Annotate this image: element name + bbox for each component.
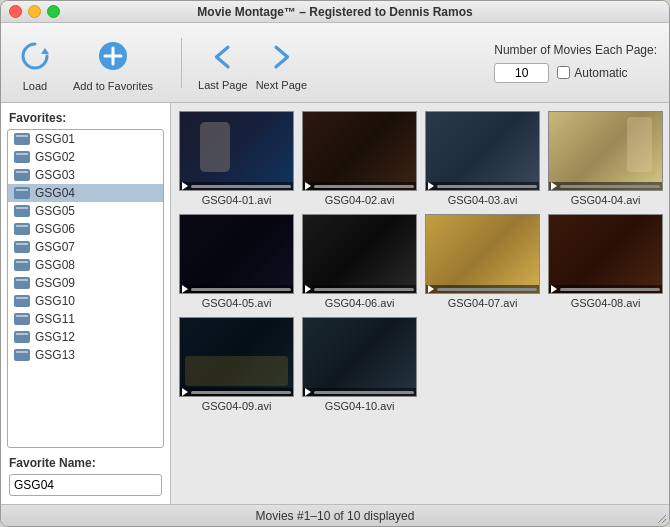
sidebar-item-gsg04[interactable]: GSG04 <box>8 184 163 202</box>
sidebar-item-gsg02[interactable]: GSG02 <box>8 148 163 166</box>
folder-icon <box>14 133 30 145</box>
movie-thumbnail[interactable] <box>548 214 663 294</box>
progress-track <box>437 288 537 291</box>
movie-thumbnail[interactable] <box>302 317 417 397</box>
add-favorites-button[interactable] <box>91 34 135 78</box>
sidebar-item-label: GSG04 <box>35 186 75 200</box>
folder-icon <box>14 295 30 307</box>
movie-thumbnail[interactable] <box>425 111 540 191</box>
last-page-group: Last Page <box>198 35 248 91</box>
sidebar-item-gsg06[interactable]: GSG06 <box>8 220 163 238</box>
movie-thumbnail[interactable] <box>302 214 417 294</box>
favorites-list[interactable]: GSG01GSG02GSG03GSG04GSG05GSG06GSG07GSG08… <box>7 129 164 448</box>
sidebar-item-label: GSG09 <box>35 276 75 290</box>
movie-thumbnail[interactable] <box>548 111 663 191</box>
sidebar-item-gsg08[interactable]: GSG08 <box>8 256 163 274</box>
sidebar-item-gsg01[interactable]: GSG01 <box>8 130 163 148</box>
movie-thumbnail[interactable] <box>425 214 540 294</box>
sidebar-item-gsg10[interactable]: GSG10 <box>8 292 163 310</box>
progress-track <box>314 288 414 291</box>
folder-icon <box>14 241 30 253</box>
add-icon <box>95 38 131 74</box>
sidebar-item-label: GSG05 <box>35 204 75 218</box>
favorite-name-label: Favorite Name: <box>9 456 162 470</box>
progress-track <box>437 185 537 188</box>
next-page-button[interactable] <box>259 35 303 79</box>
movie-filename: GSG04-01.avi <box>202 194 272 206</box>
sidebar-item-gsg05[interactable]: GSG05 <box>8 202 163 220</box>
movie-progress-bar <box>426 285 539 293</box>
movie-thumbnail[interactable] <box>179 214 294 294</box>
movie-cell[interactable]: GSG04-07.avi <box>425 214 540 309</box>
folder-icon <box>14 187 30 199</box>
left-arrow-icon <box>205 39 241 75</box>
load-label: Load <box>23 80 47 92</box>
favorites-title: Favorites: <box>1 111 170 129</box>
play-icon <box>428 285 434 293</box>
next-page-label: Next Page <box>256 79 307 91</box>
automatic-checkbox[interactable] <box>557 66 570 79</box>
sidebar-item-gsg09[interactable]: GSG09 <box>8 274 163 292</box>
add-favorites-group: Add to Favorites <box>73 34 153 92</box>
main-content: GSG04-01.aviGSG04-02.aviGSG04-03.aviGSG0… <box>171 103 669 504</box>
sidebar-item-gsg11[interactable]: GSG11 <box>8 310 163 328</box>
pages-control-row: Automatic <box>494 63 627 83</box>
progress-track <box>560 288 660 291</box>
movies-grid: GSG04-01.aviGSG04-02.aviGSG04-03.aviGSG0… <box>179 111 661 412</box>
movie-thumbnail[interactable] <box>179 317 294 397</box>
last-page-button[interactable] <box>201 35 245 79</box>
toolbar: Load Add to Favorites Last Page <box>1 23 669 103</box>
minimize-button[interactable] <box>28 5 41 18</box>
movie-filename: GSG04-08.avi <box>571 297 641 309</box>
movie-cell[interactable]: GSG04-05.avi <box>179 214 294 309</box>
movie-cell[interactable]: GSG04-10.avi <box>302 317 417 412</box>
sidebar-item-gsg12[interactable]: GSG12 <box>8 328 163 346</box>
sidebar-item-gsg13[interactable]: GSG13 <box>8 346 163 364</box>
movie-cell[interactable]: GSG04-08.avi <box>548 214 663 309</box>
load-button[interactable] <box>13 34 57 78</box>
close-button[interactable] <box>9 5 22 18</box>
movie-progress-bar <box>180 388 293 396</box>
sidebar-item-label: GSG03 <box>35 168 75 182</box>
progress-track <box>191 288 291 291</box>
progress-track <box>314 185 414 188</box>
movie-progress-bar <box>426 182 539 190</box>
play-icon <box>551 285 557 293</box>
sidebar-item-label: GSG13 <box>35 348 75 362</box>
movie-cell[interactable]: GSG04-02.avi <box>302 111 417 206</box>
svg-marker-0 <box>41 48 49 54</box>
pages-input[interactable] <box>494 63 549 83</box>
add-favorites-label: Add to Favorites <box>73 80 153 92</box>
window-controls <box>9 5 60 18</box>
svg-line-3 <box>662 519 666 523</box>
movie-thumbnail[interactable] <box>302 111 417 191</box>
folder-icon <box>14 277 30 289</box>
pages-control-label: Number of Movies Each Page: <box>494 43 657 57</box>
sidebar-item-gsg03[interactable]: GSG03 <box>8 166 163 184</box>
pages-control: Number of Movies Each Page: Automatic <box>494 43 657 83</box>
movie-filename: GSG04-03.avi <box>448 194 518 206</box>
movie-cell[interactable]: GSG04-01.avi <box>179 111 294 206</box>
window-title: Movie Montage™ – Registered to Dennis Ra… <box>197 5 472 19</box>
refresh-icon <box>17 38 53 74</box>
maximize-button[interactable] <box>47 5 60 18</box>
sidebar-item-gsg07[interactable]: GSG07 <box>8 238 163 256</box>
movie-cell[interactable]: GSG04-03.avi <box>425 111 540 206</box>
movie-progress-bar <box>549 182 662 190</box>
progress-track <box>560 185 660 188</box>
folder-icon <box>14 205 30 217</box>
movie-cell[interactable]: GSG04-09.avi <box>179 317 294 412</box>
sidebar-item-label: GSG02 <box>35 150 75 164</box>
movie-cell[interactable]: GSG04-06.avi <box>302 214 417 309</box>
favorite-name-input[interactable] <box>9 474 162 496</box>
toolbar-separator <box>181 38 182 88</box>
movie-cell[interactable]: GSG04-04.avi <box>548 111 663 206</box>
movie-progress-bar <box>180 285 293 293</box>
movie-thumbnail[interactable] <box>179 111 294 191</box>
last-page-label: Last Page <box>198 79 248 91</box>
movie-progress-bar <box>303 388 416 396</box>
sidebar: Favorites: GSG01GSG02GSG03GSG04GSG05GSG0… <box>1 103 171 504</box>
play-icon <box>305 388 311 396</box>
movie-progress-bar <box>549 285 662 293</box>
sidebar-item-label: GSG08 <box>35 258 75 272</box>
